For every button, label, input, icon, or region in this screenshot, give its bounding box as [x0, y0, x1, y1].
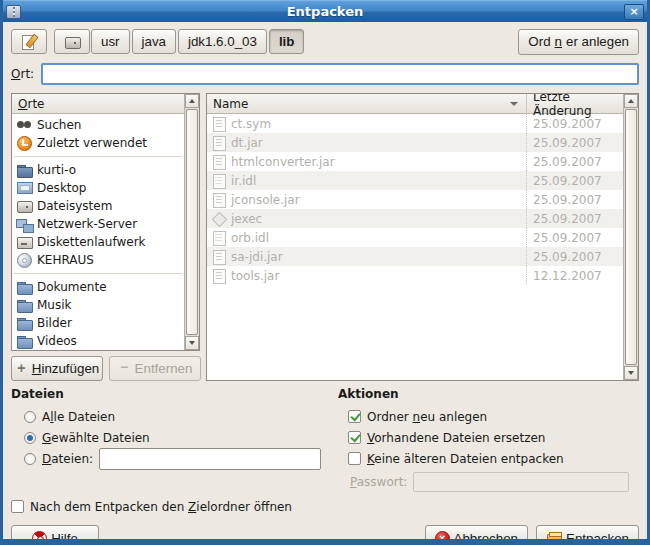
textfile-file-icon — [211, 173, 227, 189]
checkbox-label: Nach dem Entpacken den Zielordner öffnen — [30, 500, 292, 514]
scroll-down-icon[interactable] — [185, 336, 199, 350]
titlebar[interactable]: Entpacken × — [3, 0, 647, 22]
archive-file-icon — [211, 249, 227, 265]
checkbox-icon[interactable] — [11, 500, 24, 513]
radio-selected-files[interactable]: Gewählte Dateien — [11, 427, 338, 448]
plus-icon: + — [15, 362, 28, 375]
sidebar-item-suchen[interactable]: Suchen — [12, 116, 184, 134]
file-name: htmlconverter.jar — [231, 155, 335, 169]
checkbox-skip-older[interactable]: Keine älteren Dateien entpacken — [338, 448, 639, 469]
path-segment-jdk1-6-0-03-button[interactable]: jdk1.6.0_03 — [178, 29, 267, 54]
sidebar-item-dokumente[interactable]: Dokumente — [12, 278, 184, 296]
password-row: Passwort: — [338, 472, 639, 492]
sidebar-item-label: Musik — [37, 298, 72, 312]
scrollbar-thumb[interactable] — [186, 109, 198, 335]
file-row-ct-sym: ct.sym25.09.2007 — [207, 114, 623, 133]
checkbox-recreate-folders[interactable]: Ordner neu anlegen — [338, 406, 639, 427]
recent-icon — [16, 135, 32, 151]
window-title: Entpacken — [3, 4, 647, 19]
file-name: ir.idl — [231, 174, 256, 188]
create-folder-button[interactable]: Ordner anlegen — [518, 29, 639, 55]
radio-all-files[interactable]: Alle Dateien — [11, 406, 338, 427]
sidebar-item-label: Desktop — [37, 181, 87, 195]
radio-icon[interactable] — [24, 432, 36, 444]
password-label: Passwort: — [350, 475, 407, 489]
folder-icon — [16, 315, 32, 331]
sidebar-item-label: Videos — [37, 334, 77, 348]
places-pane: Orte SuchenZuletzt verwendetkurti-oDeskt… — [11, 93, 200, 351]
checkbox-overwrite-existing[interactable]: Vorhandene Dateien ersetzen — [338, 427, 639, 448]
location-row: Ort: — [11, 63, 639, 85]
folder-icon — [16, 297, 32, 313]
extract-button[interactable]: Entpacken — [536, 525, 639, 545]
sidebar-item-zuletzt-verwendet[interactable]: Zuletzt verwendet — [12, 134, 184, 152]
sidebar-item-dateisystem[interactable]: Dateisystem — [12, 197, 184, 215]
drive-icon — [64, 34, 80, 50]
checkbox-icon[interactable] — [348, 431, 361, 444]
desktop-icon — [16, 180, 32, 196]
radio-icon[interactable] — [24, 411, 36, 423]
sidebar-item-videos[interactable]: Videos — [12, 332, 184, 350]
textfile-file-icon — [211, 230, 227, 246]
type-filename-toggle-button[interactable] — [11, 29, 47, 54]
files-section: Dateien Alle Dateien Gewählte Dateien Da… — [11, 386, 338, 492]
column-header-name[interactable]: Name — [207, 94, 526, 114]
places-column-header[interactable]: Orte — [12, 94, 184, 114]
sidebar-item-kehraus[interactable]: KEHRAUS — [12, 251, 184, 269]
sidebar-item-bilder[interactable]: Bilder — [12, 314, 184, 332]
exec-file-icon — [211, 211, 227, 227]
actions-section: Aktionen Ordner neu anlegen Vorhandene D… — [338, 386, 639, 492]
cd-icon — [16, 252, 32, 268]
radio-files-pattern[interactable]: Dateien: — [11, 448, 338, 469]
radio-icon[interactable] — [24, 453, 36, 465]
file-modified-date: 25.09.2007 — [526, 228, 623, 247]
file-modified-date: 25.09.2007 — [526, 152, 623, 171]
radio-label: Dateien: — [42, 452, 93, 466]
sidebar-item-label: KEHRAUS — [37, 253, 94, 267]
scroll-up-icon[interactable] — [624, 94, 638, 108]
sidebar-item-kurti-o[interactable]: kurti-o — [12, 161, 184, 179]
sidebar-item-label: Dateisystem — [37, 199, 112, 213]
file-modified-date: 25.09.2007 — [526, 190, 623, 209]
sidebar-item-diskettenlaufwerk[interactable]: Diskettenlaufwerk — [12, 233, 184, 251]
home-icon — [16, 162, 32, 178]
scrollbar-thumb[interactable] — [625, 109, 637, 365]
file-name: dt.jar — [231, 136, 263, 150]
sidebar-item-label: Netzwerk-Server — [37, 217, 137, 231]
folder-icon — [16, 279, 32, 295]
cancel-button[interactable]: ×Abbrechen — [425, 525, 528, 545]
location-input[interactable] — [41, 63, 639, 85]
actions-section-title: Aktionen — [338, 387, 639, 401]
file-modified-date: 25.09.2007 — [526, 114, 623, 133]
file-row-tools-jar: tools.jar12.12.2007 — [207, 266, 623, 285]
add-place-button[interactable]: +Hinzufügen — [11, 356, 103, 381]
file-name: ct.sym — [231, 117, 271, 131]
checkbox-icon[interactable] — [348, 452, 361, 465]
checkbox-icon[interactable] — [348, 410, 361, 423]
checkbox-open-destination[interactable]: Nach dem Entpacken den Zielordner öffnen — [11, 497, 639, 516]
archive-file-icon — [211, 135, 227, 151]
file-modified-date: 12.12.2007 — [526, 266, 623, 285]
radio-label: Gewählte Dateien — [42, 431, 150, 445]
path-segment-root-button[interactable] — [54, 29, 90, 54]
path-segment-usr-button[interactable]: usr — [91, 29, 130, 54]
column-header-modified[interactable]: Letzte Änderung — [526, 94, 623, 114]
file-row-dt-jar: dt.jar25.09.2007 — [207, 133, 623, 152]
close-icon[interactable]: × — [624, 4, 644, 20]
file-list-empty-area — [207, 285, 623, 380]
file-modified-date: 25.09.2007 — [526, 209, 623, 228]
path-segment-java-button[interactable]: java — [132, 29, 176, 54]
sidebar-item-label: Suchen — [37, 118, 81, 132]
sidebar-item-desktop[interactable]: Desktop — [12, 179, 184, 197]
path-segment-lib-button[interactable]: lib — [269, 29, 305, 54]
help-button[interactable]: Hilfe — [11, 525, 99, 545]
places-scrollbar — [184, 94, 199, 350]
sort-descending-icon — [510, 102, 518, 106]
sidebar-item-label: Dokumente — [37, 280, 107, 294]
scroll-up-icon[interactable] — [185, 94, 199, 108]
archive-file-icon — [211, 268, 227, 284]
sidebar-item-netzwerk-server[interactable]: Netzwerk-Server — [12, 215, 184, 233]
files-pattern-input[interactable] — [99, 448, 321, 470]
scroll-down-icon[interactable] — [624, 366, 638, 380]
sidebar-item-musik[interactable]: Musik — [12, 296, 184, 314]
